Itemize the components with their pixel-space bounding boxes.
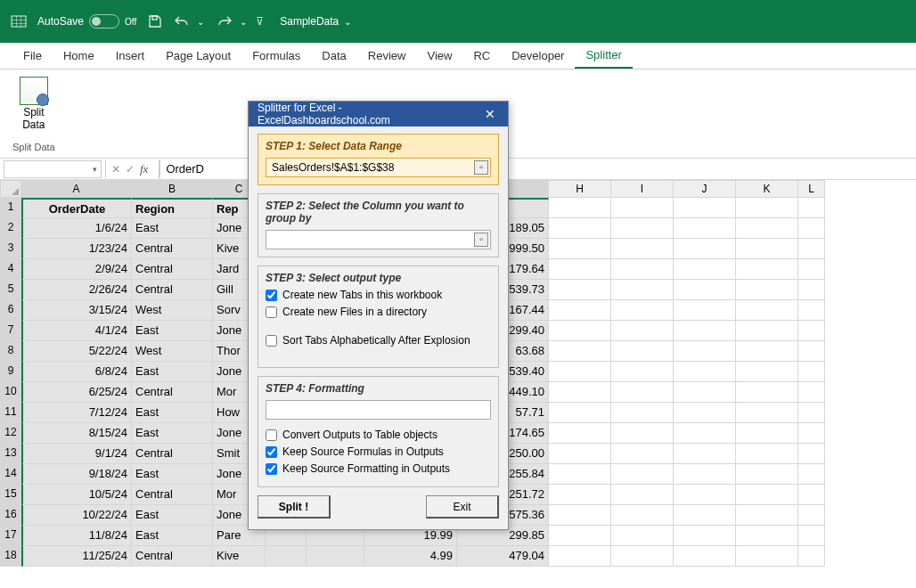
row-header[interactable]: 8	[0, 341, 21, 362]
cell[interactable]	[798, 546, 825, 567]
row-header[interactable]: 7	[0, 321, 21, 341]
split-button[interactable]: Split !	[258, 495, 331, 519]
cell[interactable]	[549, 239, 611, 259]
cell[interactable]	[549, 464, 611, 485]
cell[interactable]	[736, 218, 798, 239]
cell[interactable]	[549, 321, 611, 341]
cell[interactable]	[549, 341, 611, 362]
cell[interactable]	[549, 526, 611, 546]
cell[interactable]: Kive	[213, 546, 266, 567]
cell[interactable]	[611, 362, 674, 382]
cell[interactable]	[611, 239, 674, 259]
chk-create-tabs[interactable]: Create new Tabs in this workbook	[266, 289, 491, 301]
cell[interactable]	[798, 300, 825, 321]
cell[interactable]: 9/1/24	[21, 444, 132, 464]
cell[interactable]	[798, 280, 825, 300]
col-B[interactable]: B	[132, 180, 213, 198]
row-header[interactable]: 14	[0, 464, 21, 485]
cell[interactable]	[549, 403, 611, 423]
cell[interactable]: Region	[132, 198, 213, 218]
cell[interactable]	[736, 198, 798, 218]
cell[interactable]: East	[132, 362, 213, 382]
cell[interactable]	[611, 382, 674, 403]
col-H[interactable]: H	[549, 180, 611, 198]
cell[interactable]	[674, 341, 736, 362]
cell[interactable]	[549, 259, 611, 280]
row-header[interactable]: 4	[0, 259, 21, 280]
cell[interactable]: East	[132, 505, 213, 526]
cell[interactable]	[674, 362, 736, 382]
col-J[interactable]: J	[674, 180, 736, 198]
chk-convert-table[interactable]: Convert Outputs to Table objects	[266, 429, 491, 441]
cell[interactable]: 6/25/24	[21, 382, 132, 403]
cell[interactable]	[674, 444, 736, 464]
cell[interactable]	[674, 526, 736, 546]
exit-button[interactable]: Exit	[426, 495, 499, 519]
cell[interactable]	[674, 464, 736, 485]
cell[interactable]	[736, 464, 798, 485]
cell[interactable]	[736, 505, 798, 526]
group-column-input[interactable]: ▫	[266, 230, 491, 249]
cell[interactable]: 1/23/24	[21, 239, 132, 259]
cell[interactable]	[611, 300, 674, 321]
formula-input[interactable]: OrderD	[159, 160, 213, 178]
cell[interactable]	[736, 382, 798, 403]
cell[interactable]	[736, 239, 798, 259]
cell[interactable]	[798, 526, 825, 546]
data-range-input[interactable]: SalesOrders!$A$1:$G$38 ▫	[266, 158, 491, 177]
tab-page-layout[interactable]: Page Layout	[155, 44, 241, 68]
cell[interactable]	[549, 423, 611, 444]
cell[interactable]	[798, 403, 825, 423]
row-header[interactable]: 5	[0, 280, 21, 300]
cell[interactable]	[798, 464, 825, 485]
cell[interactable]: East	[132, 403, 213, 423]
cell[interactable]	[798, 218, 825, 239]
cell[interactable]: East	[132, 321, 213, 341]
cell[interactable]	[674, 382, 736, 403]
select-all-corner[interactable]	[0, 180, 21, 198]
cell[interactable]: Central	[132, 485, 213, 505]
cell[interactable]	[674, 423, 736, 444]
col-L[interactable]: L	[798, 180, 825, 198]
cell[interactable]: 11/8/24	[21, 526, 132, 546]
cell[interactable]	[798, 485, 825, 505]
cell[interactable]: 11/25/24	[21, 546, 132, 567]
fx-icon[interactable]: fx	[140, 162, 148, 176]
cell[interactable]: OrderDate	[21, 198, 132, 218]
cell[interactable]	[611, 464, 674, 485]
cell[interactable]: East	[132, 423, 213, 444]
cell[interactable]	[798, 341, 825, 362]
cell[interactable]	[549, 300, 611, 321]
row-header[interactable]: 12	[0, 423, 21, 444]
cell[interactable]	[611, 546, 674, 567]
chk-sort-tabs[interactable]: Sort Tabs Alphabetically After Explosion	[266, 334, 491, 347]
cell[interactable]: West	[132, 300, 213, 321]
cell[interactable]	[798, 444, 825, 464]
cell[interactable]	[674, 198, 736, 218]
cell[interactable]: 8/15/24	[21, 423, 132, 444]
row-header[interactable]: 6	[0, 300, 21, 321]
cell[interactable]	[549, 505, 611, 526]
chk-create-files[interactable]: Create new Files in a directory	[266, 306, 491, 318]
cell[interactable]	[611, 280, 674, 300]
cell[interactable]: Central	[132, 382, 213, 403]
cell[interactable]	[798, 362, 825, 382]
tab-home[interactable]: Home	[53, 44, 105, 68]
cell[interactable]	[736, 403, 798, 423]
row-header[interactable]: 15	[0, 485, 21, 505]
row-header[interactable]: 11	[0, 403, 21, 423]
cell[interactable]	[736, 300, 798, 321]
cell[interactable]: 5/22/24	[21, 341, 132, 362]
cell[interactable]	[549, 218, 611, 239]
tab-file[interactable]: File	[12, 44, 53, 68]
cell[interactable]	[307, 546, 364, 567]
row-header[interactable]: 3	[0, 239, 21, 259]
cell[interactable]	[549, 485, 611, 505]
cell[interactable]	[736, 546, 798, 567]
cell[interactable]	[674, 280, 736, 300]
cell[interactable]	[611, 341, 674, 362]
cell[interactable]: 10/22/24	[21, 505, 132, 526]
row-header[interactable]: 2	[0, 218, 21, 239]
tab-view[interactable]: View	[416, 44, 462, 68]
qat-overflow-icon[interactable]: ⊽	[256, 15, 264, 28]
